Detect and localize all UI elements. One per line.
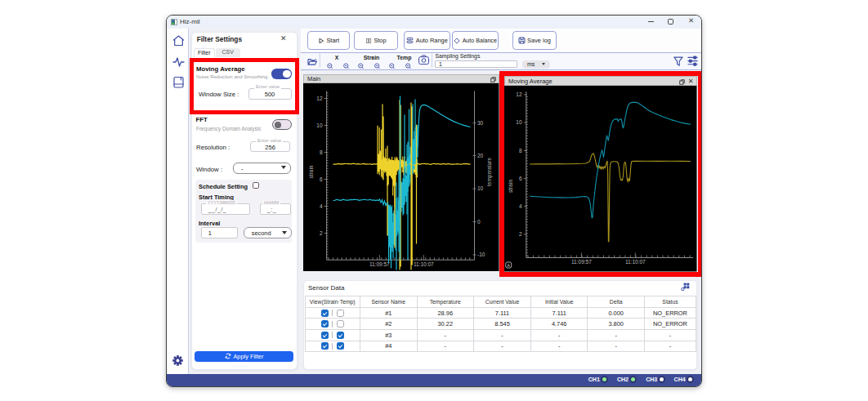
- svg-text:12: 12: [316, 95, 323, 100]
- svg-text:4: 4: [320, 203, 323, 208]
- svg-text:0: 0: [477, 218, 481, 224]
- svg-text:30: 30: [477, 119, 484, 125]
- svg-text:-10: -10: [477, 252, 485, 257]
- svg-text:10: 10: [477, 185, 484, 191]
- svg-text:6: 6: [320, 176, 323, 181]
- svg-text:10: 10: [316, 122, 323, 127]
- svg-text:strain: strain: [308, 165, 314, 178]
- svg-text:20: 20: [477, 152, 484, 158]
- svg-text:temperature: temperature: [486, 157, 493, 185]
- svg-text:8: 8: [320, 149, 323, 154]
- svg-text:11:10:07: 11:10:07: [414, 261, 434, 266]
- svg-text:2: 2: [320, 229, 323, 235]
- svg-text:11:09:57: 11:09:57: [369, 261, 390, 266]
